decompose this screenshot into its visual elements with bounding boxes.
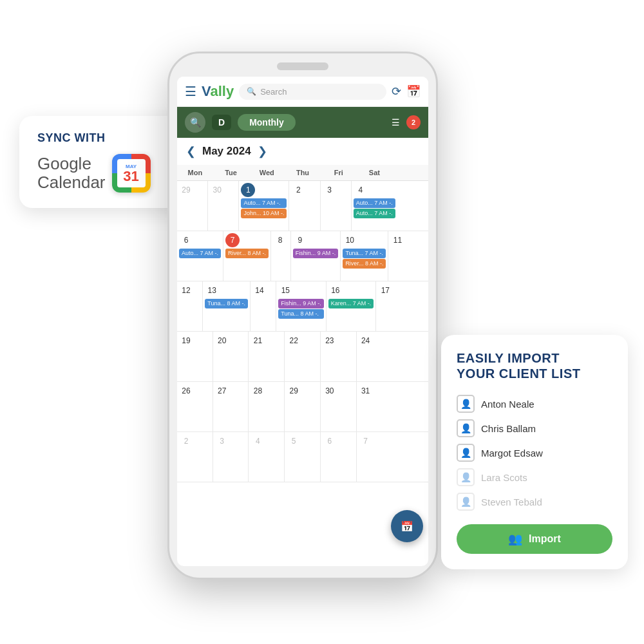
app-logo: Vally <box>202 83 234 100</box>
event-block[interactable]: River... 8 AM -. <box>343 259 386 269</box>
filter-icon[interactable]: ☰ <box>392 117 400 128</box>
client-name: Chris Ballam <box>481 423 536 434</box>
list-item: 👤 Anton Neale <box>457 392 612 416</box>
event-block[interactable]: River... 8 AM -. <box>225 249 269 258</box>
cal-cell-13[interactable]: 13 Tuna... 8 AM -. <box>203 281 251 331</box>
phone-screen: ☰ Vally 🔍 Search ⟳ 📅 🔍 D Monthly ☰ 2 ❮ M… <box>177 77 428 566</box>
import-title-line2: YOUR CLIENT LIST <box>457 366 580 381</box>
phone-topbar: ☰ Vally 🔍 Search ⟳ 📅 <box>177 77 428 107</box>
calendar-nav-icon[interactable]: 📅 <box>406 84 421 99</box>
cal-icon-num: 31 <box>123 169 138 184</box>
event-block[interactable]: Auto... 7 AM -. <box>179 249 221 258</box>
cal-cell-5-next[interactable]: 5 <box>285 432 321 482</box>
cal-cell-15[interactable]: 15 Fishin... 9 AM -. Tuna... 8 AM -. <box>276 281 327 331</box>
sync-logo-line1: Google <box>37 155 106 173</box>
day-thu: Thu <box>285 165 321 180</box>
calendar-week: 12 13 Tuna... 8 AM -. 14 15 Fishin... 9 … <box>177 281 428 332</box>
cal-cell-28[interactable]: 28 <box>249 382 285 431</box>
phone-notch <box>277 62 328 70</box>
cal-cell-8[interactable]: 8 <box>271 231 291 281</box>
calendar-week: 6 Auto... 7 AM -. 7 River... 8 AM -. 8 9… <box>177 231 428 281</box>
day-tue: Tue <box>213 165 249 180</box>
event-block[interactable]: Auto... 7 AM -. <box>354 209 395 218</box>
days-header: Mon Tue Wed Thu Fri Sat <box>177 165 428 181</box>
client-icon: 👤 <box>457 419 475 437</box>
cal-cell-6-next[interactable]: 6 <box>321 432 357 482</box>
event-block[interactable]: Fishin... 9 AM -. <box>278 299 324 308</box>
cal-cell-14[interactable]: 14 <box>251 281 276 331</box>
add-event-icon: 📅 <box>401 520 413 533</box>
cal-cell-3[interactable]: 3 <box>321 181 352 231</box>
list-item: 👤 Chris Ballam <box>457 416 612 440</box>
sync-logo-line2: Calendar <box>37 173 106 192</box>
event-block[interactable]: Fishin... 9 AM -. <box>293 249 339 258</box>
cal-cell-11[interactable]: 11 <box>388 231 408 281</box>
client-name: Anton Neale <box>481 399 535 410</box>
cal-cell-26[interactable]: 26 <box>177 382 213 431</box>
cal-cell-29[interactable]: 29 <box>285 382 321 431</box>
cal-cell-9[interactable]: 9 Fishin... 9 AM -. <box>291 231 341 281</box>
calendar-grid: Mon Tue Wed Thu Fri Sat 29 30 1 Auto... … <box>177 165 428 482</box>
cal-cell-27[interactable]: 27 <box>213 382 249 431</box>
cal-cell-23[interactable]: 23 <box>321 332 357 381</box>
client-name: Lara Scots <box>481 472 527 483</box>
import-button[interactable]: 👥 Import <box>457 524 612 554</box>
cal-cell-2-next[interactable]: 2 <box>177 432 213 482</box>
cal-cell-30-prev[interactable]: 30 <box>208 181 239 231</box>
client-name: Steven Tebald <box>481 497 542 507</box>
cal-cell-7[interactable]: 7 River... 8 AM -. <box>223 231 271 281</box>
day-fri: Fri <box>321 165 357 180</box>
day-sat: Sat <box>357 165 393 180</box>
cal-cell-7-next[interactable]: 7 <box>357 432 393 482</box>
calendar-week: 26 27 28 29 30 31 <box>177 382 428 432</box>
client-icon: 👤 <box>457 468 475 486</box>
cal-cell-30[interactable]: 30 <box>321 382 357 431</box>
calendar-week: 29 30 1 Auto... 7 AM -. John... 10 AM -.… <box>177 181 428 231</box>
cal-cell-3-next[interactable]: 3 <box>213 432 249 482</box>
search-bar[interactable]: 🔍 Search <box>239 84 386 100</box>
cal-search-button[interactable]: 🔍 <box>185 112 205 133</box>
event-block[interactable]: Karen... 7 AM -. <box>328 299 374 308</box>
cal-cell-2[interactable]: 2 <box>289 181 320 231</box>
cal-cell-21[interactable]: 21 <box>249 332 285 381</box>
cal-cell-20[interactable]: 20 <box>213 332 249 381</box>
event-block[interactable]: Tuna... 7 AM -. <box>343 249 386 258</box>
import-card: EASILY IMPORT YOUR CLIENT LIST 👤 Anton N… <box>441 335 628 569</box>
client-icon: 👤 <box>457 444 475 462</box>
prev-month-button[interactable]: ❮ <box>186 144 196 158</box>
day-wed: Wed <box>249 165 285 180</box>
cal-cell-24[interactable]: 24 <box>357 332 393 381</box>
cal-cell-29-prev[interactable]: 29 <box>177 181 208 231</box>
event-block[interactable]: John... 10 AM -. <box>241 209 287 218</box>
import-title-line1: EASILY IMPORT <box>457 351 560 365</box>
calendar-week: 19 20 21 22 23 24 <box>177 332 428 382</box>
cal-cell-4[interactable]: 4 Auto... 7 AM -. Auto... 7 AM -. <box>352 181 397 231</box>
cal-cell-22[interactable]: 22 <box>285 332 321 381</box>
event-block[interactable]: Auto... 7 AM -. <box>354 198 395 208</box>
list-item: 👤 Steven Tebald <box>457 489 612 514</box>
search-icon: 🔍 <box>247 87 256 96</box>
cal-d-button[interactable]: D <box>212 115 231 130</box>
cal-cell-4-next[interactable]: 4 <box>249 432 285 482</box>
cal-cell-12[interactable]: 12 <box>177 281 203 331</box>
cal-cell-10[interactable]: 10 Tuna... 7 AM -. River... 8 AM -. <box>341 231 388 281</box>
next-month-button[interactable]: ❯ <box>258 144 267 158</box>
list-item: 👤 Margot Edsaw <box>457 440 612 465</box>
menu-icon[interactable]: ☰ <box>185 84 196 99</box>
add-event-fab[interactable]: 📅 <box>391 510 423 542</box>
search-placeholder: Search <box>260 87 287 97</box>
google-calendar-icon: MAY 31 <box>112 154 151 193</box>
event-block[interactable]: Tuna... 8 AM -. <box>205 299 248 308</box>
cal-cell-16[interactable]: 16 Karen... 7 AM -. <box>327 281 377 331</box>
cal-cell-17[interactable]: 17 <box>376 281 402 331</box>
client-icon: 👤 <box>457 395 475 413</box>
notification-badge: 2 <box>406 115 421 129</box>
cal-cell-19[interactable]: 19 <box>177 332 213 381</box>
cal-cell-31[interactable]: 31 <box>357 382 393 431</box>
cal-monthly-button[interactable]: Monthly <box>238 114 296 131</box>
cal-cell-6[interactable]: 6 Auto... 7 AM -. <box>177 231 223 281</box>
event-block[interactable]: Auto... 7 AM -. <box>241 198 287 208</box>
event-block[interactable]: Tuna... 8 AM -. <box>278 309 324 319</box>
cal-cell-1[interactable]: 1 Auto... 7 AM -. John... 10 AM -. <box>239 181 289 231</box>
refresh-icon[interactable]: ⟳ <box>392 84 401 99</box>
